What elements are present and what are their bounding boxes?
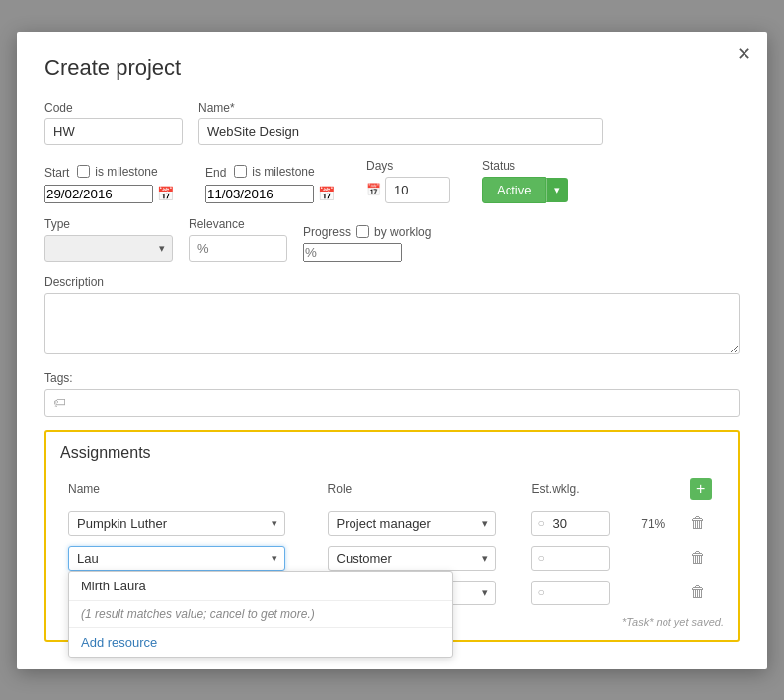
type-group: Type ▾	[44, 217, 173, 262]
delete-button-2[interactable]: 🗑	[690, 549, 706, 567]
suggestion-info: (1 result matches value; cancel to get m…	[69, 600, 452, 627]
by-worklog-checkbox[interactable]	[356, 225, 369, 238]
name-cell-1: ▾	[60, 506, 320, 541]
status-button[interactable]: Active	[482, 177, 546, 203]
progress-label: Progress	[303, 225, 351, 239]
assignments-section: Assignments Name Role Est.wklg. +	[44, 430, 740, 642]
table-row: ▾ Project manager Customer ▾	[60, 506, 724, 541]
by-worklog-group: by worklog	[356, 225, 431, 239]
days-label: Days	[366, 159, 450, 173]
suggestion-dropdown: Mirth Laura (1 result matches value; can…	[68, 571, 453, 658]
relevance-label: Relevance	[189, 217, 287, 231]
end-date-input[interactable]	[205, 185, 314, 203]
start-date-input[interactable]	[44, 185, 153, 203]
assignments-table: Name Role Est.wklg. +	[60, 472, 724, 610]
name-cell-2: ▾ Mirth Laura (1 result matches value; c…	[60, 541, 320, 576]
status-dropdown: Active ▾	[482, 177, 568, 203]
start-is-milestone-label: is milestone	[95, 165, 157, 179]
add-assignment-button[interactable]: +	[690, 478, 712, 500]
modal-overlay: ✕ Create project Code Name* Start is mil	[0, 0, 784, 700]
dates-row: Start is milestone 📅 End is milest	[44, 159, 740, 203]
delete-cell-1: 🗑	[682, 506, 724, 541]
table-row: ▾ Mirth Laura (1 result matches value; c…	[60, 541, 724, 576]
percent-cell-2	[629, 541, 681, 576]
tags-row: Tags: 🏷	[44, 371, 740, 417]
start-milestone-group: is milestone	[77, 165, 157, 181]
days-input[interactable]	[385, 177, 450, 203]
days-group: Days 📅	[366, 159, 450, 203]
name-label: Name*	[198, 101, 603, 115]
est-wrap-1: ○	[531, 511, 610, 536]
status-label: Status	[482, 159, 568, 173]
create-project-modal: ✕ Create project Code Name* Start is mil	[17, 32, 767, 669]
tags-label: Tags:	[44, 371, 740, 385]
col-name-header: Name	[60, 472, 320, 506]
est-icon-2: ○	[537, 551, 544, 565]
code-group: Code	[44, 101, 183, 145]
name-wrap-2: ▾ Mirth Laura (1 result matches value; c…	[68, 546, 285, 571]
role-wrap-1: Project manager Customer ▾	[328, 511, 496, 536]
status-caret-button[interactable]: ▾	[546, 178, 568, 202]
name-input-1[interactable]	[68, 511, 285, 536]
start-label: Start	[44, 166, 69, 180]
tag-icon: 🏷	[53, 395, 66, 410]
relevance-group: Relevance	[189, 217, 287, 262]
delete-button-3[interactable]: 🗑	[690, 583, 706, 601]
est-wrap-3: ○	[531, 581, 610, 605]
name-wrap-1: ▾	[68, 511, 285, 536]
role-cell-1: Project manager Customer ▾	[320, 506, 524, 541]
modal-title: Create project	[44, 55, 740, 81]
delete-button-1[interactable]: 🗑	[690, 514, 706, 532]
percent-cell-1: 71%	[629, 506, 681, 541]
est-cell-2: ○	[523, 541, 629, 576]
code-name-row: Code Name*	[44, 101, 740, 145]
start-is-milestone-checkbox[interactable]	[77, 165, 90, 178]
description-textarea[interactable]	[44, 293, 740, 354]
progress-input[interactable]	[303, 243, 402, 262]
percent-label-1: 71%	[637, 517, 668, 531]
status-group: Status Active ▾	[482, 159, 568, 203]
progress-group: Progress by worklog	[303, 225, 431, 262]
name-group: Name*	[198, 101, 603, 145]
start-date-wrap: 📅	[44, 185, 174, 203]
start-calendar-icon[interactable]: 📅	[157, 186, 174, 201]
delete-cell-2: 🗑	[682, 541, 724, 576]
end-is-milestone-checkbox[interactable]	[234, 165, 247, 178]
est-cell-1: ○	[523, 506, 629, 541]
type-relevance-row: Type ▾ Relevance Progress by worklog	[44, 217, 740, 262]
end-calendar-icon[interactable]: 📅	[318, 186, 335, 201]
role-select-1[interactable]: Project manager Customer	[328, 511, 496, 536]
role-wrap-2: Project manager Customer ▾	[328, 546, 496, 571]
end-is-milestone-label: is milestone	[252, 165, 314, 179]
table-header-row: Name Role Est.wklg. +	[60, 472, 724, 506]
description-label: Description	[44, 275, 740, 289]
percent-cell-3	[629, 576, 681, 610]
col-percent-header	[629, 472, 681, 506]
name-input[interactable]	[198, 118, 603, 145]
delete-cell-3: 🗑	[682, 576, 724, 610]
est-wrap-2: ○	[531, 546, 610, 571]
est-icon-3: ○	[537, 585, 544, 599]
col-add-header: +	[682, 472, 724, 506]
description-group: Description	[44, 275, 740, 357]
code-label: Code	[44, 101, 183, 115]
add-resource-link[interactable]: Add resource	[69, 627, 452, 657]
est-cell-3: ○	[523, 576, 629, 610]
end-label: End	[205, 166, 226, 180]
assignments-title: Assignments	[60, 444, 724, 462]
code-input[interactable]	[44, 118, 183, 145]
suggestion-item-mirth-laura[interactable]: Mirth Laura	[69, 572, 452, 600]
est-icon-1: ○	[537, 516, 544, 530]
type-select[interactable]	[44, 235, 173, 262]
end-milestone-group: is milestone	[234, 165, 314, 181]
tags-input-wrap[interactable]: 🏷	[44, 389, 740, 417]
col-estwklg-header: Est.wklg.	[523, 472, 629, 506]
col-role-header: Role	[320, 472, 524, 506]
relevance-input[interactable]	[189, 235, 287, 262]
name-input-2[interactable]	[68, 546, 285, 571]
close-button[interactable]: ✕	[737, 45, 751, 63]
role-select-2[interactable]: Project manager Customer	[328, 546, 496, 571]
end-date-wrap: 📅	[205, 185, 335, 203]
by-worklog-label: by worklog	[374, 225, 431, 239]
type-label: Type	[44, 217, 173, 231]
